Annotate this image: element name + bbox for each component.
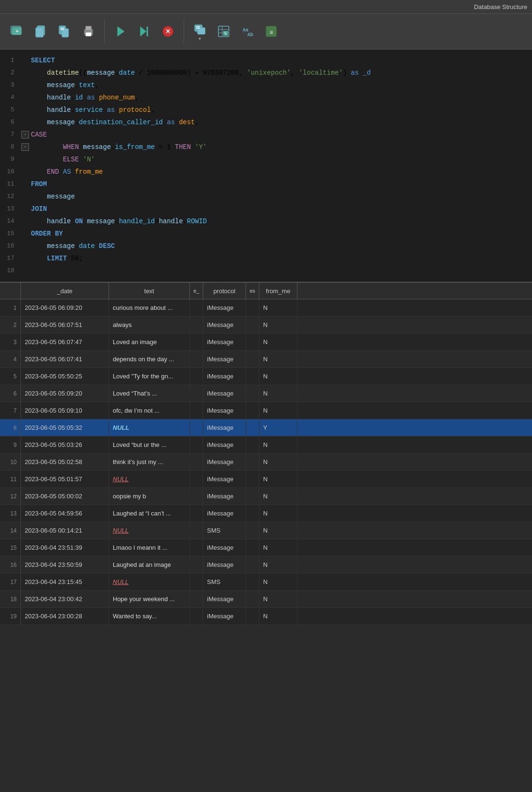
table-row[interactable]: 7 2023-06-05 05:09:10 ofc, dw I’m not ..… <box>0 402 532 419</box>
table-edit-button[interactable]: ✎ <box>214 21 234 41</box>
cell-e <box>190 488 203 505</box>
sql-editor[interactable]: 1 SELECT 2 datetime((message.date / 1000… <box>0 50 532 283</box>
col-header-protocol[interactable]: protocol <box>203 283 246 299</box>
cell-e <box>190 505 203 522</box>
db-structure-tab[interactable]: Database Structure <box>474 3 527 10</box>
cell-from-me: N <box>259 351 297 367</box>
cell-from-me: N <box>259 522 297 539</box>
cell-protocol: SMS <box>203 574 246 590</box>
col-header-from-me[interactable]: from_me <box>259 283 297 299</box>
code-line-3: 3 message.text, <box>0 79 532 91</box>
cell-es <box>246 471 259 487</box>
table-row[interactable]: 16 2023-06-04 23:50:59 Laughed at an ima… <box>0 556 532 574</box>
row-number: 18 <box>0 591 21 607</box>
cell-protocol: iMessage <box>203 334 246 350</box>
svg-point-12 <box>90 31 92 32</box>
fold-button-7[interactable]: - <box>21 131 29 139</box>
cell-protocol: iMessage <box>203 402 246 419</box>
null-value: NULL <box>113 578 128 585</box>
table-row[interactable]: 10 2023-06-05 05:02:58 think it’s just m… <box>0 454 532 471</box>
cell-from-me: N <box>259 402 297 419</box>
toolbar-separator-1 <box>104 20 105 43</box>
text-value: Loved "Ty for the gn... <box>113 373 173 380</box>
stop-button[interactable]: × <box>158 21 178 41</box>
print-button[interactable] <box>79 21 99 41</box>
text-value: curious more about ... <box>113 304 173 311</box>
cell-from-me: N <box>259 539 297 556</box>
table-row[interactable]: 19 2023-06-04 23:00:28 Wanted to say... … <box>0 608 532 625</box>
text-value: always <box>113 321 132 328</box>
cell-date: 2023-06-05 06:07:41 <box>21 351 109 367</box>
table-row[interactable]: 14 2023-06-05 00:14:21 NULL SMS N <box>0 522 532 539</box>
col-header-es[interactable]: es <box>246 283 259 299</box>
cell-protocol: iMessage <box>203 317 246 333</box>
sql-text-button[interactable]: ≡ <box>261 21 281 41</box>
cell-e <box>190 436 203 453</box>
table-row[interactable]: 6 2023-06-05 05:09:20 Loved “That’s ... … <box>0 385 532 402</box>
cell-e <box>190 539 203 556</box>
run-to-end-button[interactable] <box>134 21 154 41</box>
cell-date: 2023-06-05 06:07:47 <box>21 334 109 350</box>
table-row[interactable]: 18 2023-06-04 23:00:42 Hope your weekend… <box>0 591 532 608</box>
cell-date: 2023-06-05 06:09:20 <box>21 299 109 316</box>
find-replace-button[interactable]: Aa Ab <box>237 21 257 41</box>
cell-from-me: N <box>259 334 297 350</box>
cell-date: 2023-06-05 05:05:32 <box>21 419 109 436</box>
cell-text: NULL <box>109 419 190 436</box>
table-row[interactable]: 4 2023-06-05 06:07:41 depends on the day… <box>0 351 532 368</box>
table-row[interactable]: 8 2023-06-05 05:05:32 NULL iMessage Y <box>0 419 532 436</box>
cell-e <box>190 368 203 385</box>
run-button[interactable] <box>110 21 130 41</box>
db-add-button[interactable]: + <box>7 21 27 41</box>
fold-button-8[interactable]: - <box>21 143 29 151</box>
row-number: 8 <box>0 419 21 436</box>
table-row[interactable]: 11 2023-06-05 05:01:57 NULL iMessage N <box>0 471 532 488</box>
cell-date: 2023-06-04 23:15:45 <box>21 574 109 590</box>
code-line-5: 5 handle.service as protocol, <box>0 104 532 116</box>
cell-es <box>246 334 259 350</box>
col-header-e[interactable]: e_ <box>190 283 203 299</box>
table-row[interactable]: 2 2023-06-05 06:07:51 always iMessage N <box>0 317 532 334</box>
cell-e <box>190 556 203 573</box>
table-row[interactable]: 3 2023-06-05 06:07:47 Loved an image iMe… <box>0 334 532 351</box>
cell-date: 2023-06-05 06:07:51 <box>21 317 109 333</box>
cell-es <box>246 385 259 402</box>
code-line-7: 7 - CASE <box>0 129 532 141</box>
col-header-text[interactable]: text <box>109 283 190 299</box>
cell-from-me: N <box>259 368 297 385</box>
col-header-date[interactable]: _date <box>21 283 109 299</box>
cell-es <box>246 436 259 453</box>
row-number: 4 <box>0 351 21 367</box>
cell-es <box>246 488 259 505</box>
table-row[interactable]: 9 2023-06-05 05:03:26 Loved “but ur the … <box>0 436 532 454</box>
table-row[interactable]: 1 2023-06-05 06:09:20 curious more about… <box>0 299 532 317</box>
cell-protocol: iMessage <box>203 608 246 624</box>
cell-text: NULL <box>109 471 190 487</box>
toolbar: + <box>0 14 532 50</box>
table-row[interactable]: 5 2023-06-05 05:50:25 Loved "Ty for the … <box>0 368 532 385</box>
export-button[interactable]: ▼ <box>190 21 210 41</box>
code-line-12: 12 message <box>0 190 532 203</box>
text-value: Loved “but ur the ... <box>113 441 167 448</box>
svg-text:≡: ≡ <box>269 30 273 36</box>
code-line-15: 15 ORDER BY <box>0 228 532 240</box>
table-row[interactable]: 13 2023-06-05 04:59:56 Laughed at “I can… <box>0 505 532 522</box>
copy-button[interactable] <box>31 21 51 41</box>
cell-text: Loved “That’s ... <box>109 385 190 402</box>
text-value: Loved an image <box>113 338 157 346</box>
code-line-11: 11 FROM <box>0 178 532 190</box>
cell-date: 2023-06-05 05:50:25 <box>21 368 109 385</box>
row-number: 1 <box>0 299 21 316</box>
table-row[interactable]: 12 2023-06-05 05:00:02 oopsie my b iMess… <box>0 488 532 505</box>
copy-paste-button[interactable] <box>55 21 75 41</box>
cell-date: 2023-06-05 05:02:58 <box>21 454 109 470</box>
svg-rect-4 <box>36 28 43 37</box>
toolbar-separator-2 <box>184 20 184 43</box>
table-row[interactable]: 15 2023-06-04 23:51:39 Lmaoo I meann it … <box>0 539 532 556</box>
text-value: depends on the day ... <box>113 356 174 363</box>
cell-protocol: iMessage <box>203 299 246 316</box>
cell-es <box>246 522 259 539</box>
cell-protocol: iMessage <box>203 591 246 607</box>
cell-protocol: iMessage <box>203 351 246 367</box>
table-row[interactable]: 17 2023-06-04 23:15:45 NULL SMS N <box>0 574 532 591</box>
